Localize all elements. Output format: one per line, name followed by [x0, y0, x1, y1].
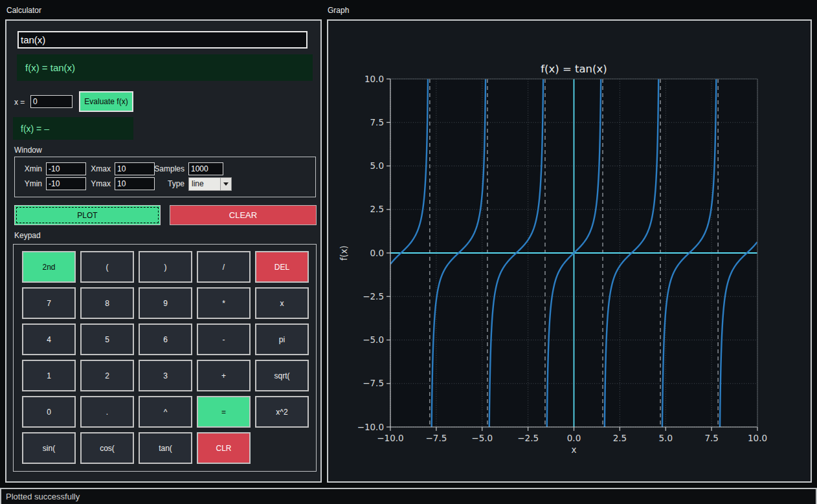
- x-tick-label: −10.0: [377, 433, 403, 443]
- keypad-button-sqrt[interactable]: sqrt(: [255, 360, 309, 391]
- status-bar: Plotted successfully: [0, 488, 817, 504]
- ymax-input[interactable]: [115, 177, 155, 190]
- x-value-input[interactable]: [30, 95, 73, 108]
- ymax-label: Ymax: [89, 179, 111, 188]
- keypad-button-x[interactable]: x: [255, 287, 309, 319]
- samples-label: Samples: [152, 164, 185, 173]
- keypad-button-x-2[interactable]: x^2: [255, 396, 309, 428]
- calculator-panel: f(x) = tan(x) x = Evaluate f(x) f(x) = –…: [5, 19, 322, 483]
- x-tick-label: −7.5: [425, 433, 447, 443]
- x-tick-label: 7.5: [704, 433, 718, 443]
- keypad-button-9[interactable]: 9: [139, 287, 192, 319]
- window-section-caption: Window: [14, 146, 42, 155]
- keypad-button-2nd[interactable]: 2nd: [22, 251, 76, 283]
- keypad-button-[interactable]: -: [197, 323, 251, 355]
- status-text: Plotted successfully: [6, 492, 80, 501]
- combobox-dropdown-arrow-icon[interactable]: [220, 178, 231, 190]
- result-display-text: f(x) = –: [21, 124, 49, 134]
- keypad-button-[interactable]: +: [197, 360, 251, 391]
- keypad-button-cos[interactable]: cos(: [80, 432, 134, 464]
- ymin-label: Ymin: [20, 179, 42, 188]
- keypad-button-1[interactable]: 1: [22, 360, 76, 391]
- keypad-button-[interactable]: (: [80, 251, 134, 283]
- keypad-button-5[interactable]: 5: [80, 323, 134, 355]
- keypad-button-[interactable]: ^: [139, 396, 192, 428]
- window-settings-frame: Xmin Xmax Samples Ymin Ymax Type: [14, 157, 316, 197]
- keypad-section-caption: Keypad: [14, 231, 41, 240]
- y-tick-label: 0.0: [370, 248, 384, 258]
- x-tick-label: 0.0: [567, 433, 581, 443]
- function-display-text: f(x) = tan(x): [25, 62, 75, 73]
- plot-type-value: line: [189, 179, 220, 188]
- keypad-button-[interactable]: /: [197, 251, 251, 283]
- keypad-button-3[interactable]: 3: [139, 360, 192, 391]
- x-equals-label: x =: [14, 98, 25, 107]
- y-tick-label: 5.0: [370, 160, 384, 171]
- samples-input[interactable]: [188, 162, 223, 175]
- keypad-button-CLR[interactable]: CLR: [197, 432, 251, 464]
- ymin-input[interactable]: [46, 177, 86, 190]
- graph-figure: −10.0−7.5−5.0−2.50.02.55.07.510.0−10.0−7…: [331, 23, 808, 480]
- x-tick-label: 10.0: [748, 433, 767, 443]
- keypad-button-8[interactable]: 8: [80, 287, 134, 319]
- keypad-button-[interactable]: =: [197, 396, 251, 428]
- keypad-grid: 2nd()/DEL789*x456-pi123+sqrt(0.^=x^2sin(…: [13, 244, 317, 472]
- y-tick-label: −2.5: [363, 291, 384, 301]
- keypad-button-6[interactable]: 6: [139, 323, 192, 355]
- expression-input[interactable]: [17, 31, 308, 49]
- keypad-button-7[interactable]: 7: [22, 287, 76, 319]
- xmax-label: Xmax: [89, 164, 111, 173]
- plot-type-combobox[interactable]: line: [188, 177, 232, 191]
- y-axis-label: f(x): [339, 245, 349, 260]
- y-tick-label: −5.0: [363, 334, 384, 345]
- x-tick-label: 2.5: [613, 433, 627, 443]
- evaluate-button[interactable]: Evaluate f(x): [79, 91, 133, 112]
- xmax-input[interactable]: [115, 162, 155, 175]
- app-window: Calculator f(x) = tan(x) x = Evaluate f(…: [0, 0, 817, 504]
- keypad-button-[interactable]: .: [80, 396, 134, 428]
- x-tick-label: −5.0: [471, 433, 493, 443]
- graph-panel: −10.0−7.5−5.0−2.50.02.55.07.510.0−10.0−7…: [327, 19, 812, 483]
- x-axis-label: x: [572, 444, 577, 455]
- keypad-button-[interactable]: *: [197, 287, 251, 319]
- x-tick-label: 5.0: [659, 433, 673, 443]
- graph-canvas: −10.0−7.5−5.0−2.50.02.55.07.510.0−10.0−7…: [331, 23, 808, 480]
- result-display: f(x) = –: [13, 117, 133, 140]
- y-tick-label: −10.0: [357, 422, 384, 432]
- graph-panel-caption: Graph: [328, 6, 349, 15]
- type-label: Type: [152, 179, 185, 188]
- keypad-button-[interactable]: ): [139, 251, 192, 283]
- clear-button[interactable]: CLEAR: [170, 205, 317, 225]
- keypad-button-4[interactable]: 4: [22, 323, 76, 355]
- keypad-button-tan[interactable]: tan(: [139, 432, 192, 464]
- y-tick-label: −7.5: [363, 378, 384, 388]
- function-display: f(x) = tan(x): [17, 54, 313, 81]
- keypad-button-pi[interactable]: pi: [255, 323, 309, 355]
- plot-button[interactable]: PLOT: [14, 205, 161, 225]
- keypad-button-DEL[interactable]: DEL: [255, 251, 309, 283]
- keypad-button-0[interactable]: 0: [22, 396, 76, 428]
- y-tick-label: 2.5: [370, 204, 384, 214]
- xmin-label: Xmin: [20, 164, 42, 173]
- calculator-panel-caption: Calculator: [6, 6, 41, 15]
- keypad-button-2[interactable]: 2: [80, 360, 134, 391]
- x-tick-label: −2.5: [517, 433, 539, 443]
- chart-title: f(x) = tan(x): [541, 63, 607, 75]
- xmin-input[interactable]: [46, 162, 86, 175]
- keypad-button-sin[interactable]: sin(: [22, 432, 76, 464]
- y-tick-label: 10.0: [364, 74, 384, 84]
- y-tick-label: 7.5: [370, 117, 384, 127]
